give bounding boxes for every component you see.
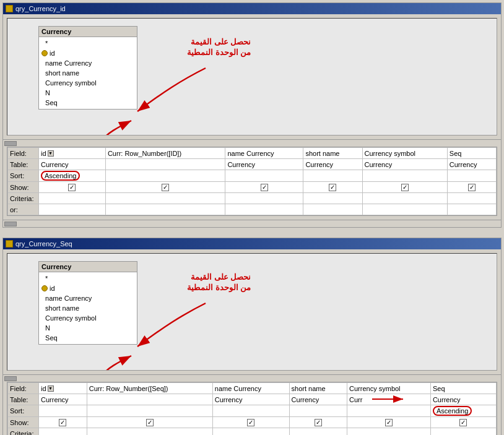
panel1-qbe-grid: Field: id ▼ Curr: Row_Number([ID]) name …	[7, 147, 497, 216]
checkbox-symbol[interactable]	[401, 184, 409, 191]
grid-row-table: Table: Currency Currency Currency Curren…	[8, 159, 497, 170]
grid-criteria-seq[interactable]	[447, 193, 496, 204]
p2-grid-criteria-symbol[interactable]	[347, 428, 431, 436]
p2-grid-criteria-shortname[interactable]	[289, 428, 347, 436]
p2-grid-criteria-namecurr[interactable]	[212, 428, 289, 436]
panel1-table-fields: * id name Currency short name Currency s…	[39, 37, 137, 109]
p2-grid-show-namecurr[interactable]	[212, 417, 289, 428]
grid-scrollbar-thumb[interactable]	[4, 222, 17, 226]
grid-row-criteria: Criteria:	[8, 193, 497, 204]
p2-grid-sort-seq[interactable]: Ascending	[430, 405, 496, 417]
panel1-title: qry_Currency_id	[15, 5, 66, 12]
grid-or-namecurr[interactable]	[225, 204, 303, 215]
panel2-annotation-line1: نحصل على القيمة	[187, 272, 251, 283]
p2-label-show: Show:	[8, 417, 39, 428]
table-field-n: N	[41, 88, 134, 98]
panel2-design-area: Currency * id name Currency short name C…	[7, 253, 497, 371]
label-table: Table:	[8, 159, 39, 170]
grid-show-namecurr[interactable]	[225, 182, 303, 193]
p2-grid-field-id[interactable]: id ▼	[39, 383, 87, 394]
panel1-hscrollbar[interactable]	[3, 139, 501, 147]
p2-checkbox-id[interactable]	[59, 419, 66, 426]
p2-table-field-symbol: Currency symbol	[41, 313, 134, 323]
dropdown-arrow[interactable]: ▼	[48, 150, 54, 157]
checkbox-shortname[interactable]	[329, 184, 336, 191]
grid-criteria-id[interactable]	[39, 193, 106, 204]
p2-grid-criteria-curr[interactable]	[87, 428, 212, 436]
p2-dropdown-arrow[interactable]: ▼	[48, 385, 54, 392]
p2-table-field-star: *	[41, 273, 134, 283]
checkbox-namecurr[interactable]	[261, 184, 268, 191]
grid-criteria-curr1[interactable]	[105, 193, 225, 204]
panel2-titlebar: qry_Currency_Seq	[3, 238, 501, 249]
p2-grid-show-curr[interactable]	[87, 417, 212, 428]
field-id-dropdown[interactable]: id ▼	[41, 150, 54, 157]
grid-criteria-namecurr[interactable]	[225, 193, 303, 204]
p2-grid-sort-id	[39, 405, 87, 417]
p2-grid-row-field: Field: id ▼ Curr: Row_Number([Seq]) name…	[8, 383, 497, 394]
grid-or-id[interactable]	[39, 204, 106, 215]
p2-table-field-name: name Currency	[41, 293, 134, 303]
panel2: qry_Currency_Seq Currency * id name Curr…	[2, 238, 502, 435]
grid-criteria-symbol[interactable]	[362, 193, 447, 204]
query-icon	[6, 5, 13, 12]
p2-grid-sort-symbol	[347, 405, 431, 417]
p2-grid-sort-shortname	[289, 405, 347, 417]
p2-sort-ascending-pill[interactable]: Ascending	[433, 406, 472, 416]
p2-grid-table-id: Currency	[39, 394, 87, 405]
grid-or-symbol[interactable]	[362, 204, 447, 215]
p2-grid-field-seq: Seq	[430, 383, 496, 394]
p2-grid-show-shortname[interactable]	[289, 417, 347, 428]
grid-show-id[interactable]	[39, 182, 106, 193]
grid-show-shortname[interactable]	[303, 182, 362, 193]
grid-show-seq[interactable]	[447, 182, 496, 193]
p2-checkbox-curr[interactable]	[146, 419, 154, 426]
grid-show-curr1[interactable]	[105, 182, 225, 193]
p2-grid-criteria-id[interactable]	[39, 428, 87, 436]
sort-ascending-pill[interactable]: Ascending	[41, 171, 80, 181]
grid-show-symbol[interactable]	[362, 182, 447, 193]
p2-field-id-dropdown[interactable]: id ▼	[41, 385, 54, 392]
grid-table-seq: Currency	[447, 159, 496, 170]
panel2-hscrollbar[interactable]	[3, 374, 501, 382]
checkbox-curr1[interactable]	[162, 184, 169, 191]
p2-label-criteria: Criteria:	[8, 428, 39, 436]
p2-checkbox-seq[interactable]	[459, 419, 467, 426]
checkbox-id[interactable]	[68, 184, 76, 191]
scrollbar-thumb[interactable]	[4, 141, 17, 146]
grid-or-seq[interactable]	[447, 204, 496, 215]
p2-grid-show-id[interactable]	[39, 417, 87, 428]
grid-field-curr1: Curr: Row_Number([ID])	[105, 148, 225, 159]
grid-sort-seq	[447, 170, 496, 182]
label-show: Show:	[8, 182, 39, 193]
p2-scrollbar-thumb[interactable]	[4, 376, 17, 381]
p2-checkbox-symbol[interactable]	[385, 419, 393, 426]
p2-grid-show-symbol[interactable]	[347, 417, 431, 428]
p2-grid-show-seq[interactable]	[430, 417, 496, 428]
grid-table-shortname: Currency	[303, 159, 362, 170]
p2-grid-field-symbol: Currency symbol	[347, 383, 431, 394]
panel1-grid-hscrollbar[interactable]	[3, 220, 501, 227]
p2-grid-field-curr: Curr: Row_Number([Seq])	[87, 383, 212, 394]
panel2-qbe-grid: Field: id ▼ Curr: Row_Number([Seq]) name…	[7, 382, 497, 435]
p2-grid-table-symbol: Curr	[347, 394, 431, 405]
grid-or-curr1[interactable]	[105, 204, 225, 215]
p2-checkbox-namecurr[interactable]	[247, 419, 254, 426]
checkbox-seq[interactable]	[468, 184, 476, 191]
p2-grid-criteria-seq[interactable]	[430, 428, 496, 436]
query-icon2	[6, 240, 13, 248]
grid-field-id[interactable]: id ▼	[39, 148, 106, 159]
grid-sort-id[interactable]: Ascending	[39, 170, 106, 182]
grid-row-or: or:	[8, 204, 497, 215]
panel1-table-box: Currency * id name Currency short name C…	[38, 26, 137, 110]
grid-table-namecurr: Currency	[225, 159, 303, 170]
p2-grid-table-curr	[87, 394, 212, 405]
p2-grid-row-show: Show:	[8, 417, 497, 428]
grid-or-shortname[interactable]	[303, 204, 362, 215]
grid-field-shortname: short name	[303, 148, 362, 159]
grid-criteria-shortname[interactable]	[303, 193, 362, 204]
p2-checkbox-shortname[interactable]	[315, 419, 322, 426]
section-gap	[0, 230, 504, 235]
grid-row-field: Field: id ▼ Curr: Row_Number([ID]) name …	[8, 148, 497, 159]
label-field: Field:	[8, 148, 39, 159]
